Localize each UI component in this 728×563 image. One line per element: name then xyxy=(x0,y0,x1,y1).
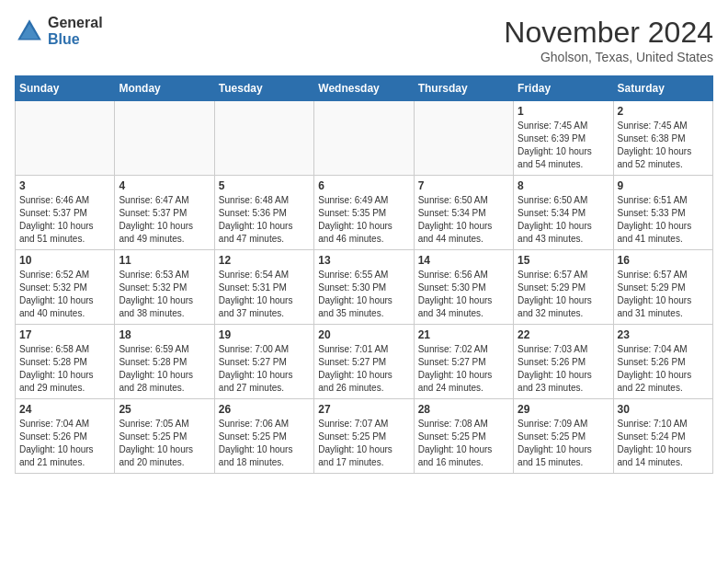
day-number: 21 xyxy=(418,328,509,341)
day-number: 17 xyxy=(19,328,110,341)
calendar-cell: 2Sunrise: 7:45 AM Sunset: 6:38 PM Daylig… xyxy=(613,101,712,176)
calendar-cell: 8Sunrise: 6:50 AM Sunset: 5:34 PM Daylig… xyxy=(514,176,613,250)
calendar-cell: 4Sunrise: 6:47 AM Sunset: 5:37 PM Daylig… xyxy=(115,176,214,250)
day-info: Sunrise: 6:51 AM Sunset: 5:33 PM Dayligh… xyxy=(618,194,709,246)
calendar-cell: 28Sunrise: 7:08 AM Sunset: 5:25 PM Dayli… xyxy=(414,399,513,474)
day-info: Sunrise: 6:59 AM Sunset: 5:28 PM Dayligh… xyxy=(119,343,210,395)
calendar-cell: 22Sunrise: 7:03 AM Sunset: 5:26 PM Dayli… xyxy=(514,325,613,399)
day-number: 29 xyxy=(518,403,609,416)
weekday-header-sunday: Sunday xyxy=(16,76,115,101)
calendar-week-3: 10Sunrise: 6:52 AM Sunset: 5:32 PM Dayli… xyxy=(16,250,713,325)
weekday-header-friday: Friday xyxy=(514,76,613,101)
day-number: 9 xyxy=(618,179,709,192)
logo-blue: Blue xyxy=(48,31,103,48)
calendar-cell: 24Sunrise: 7:04 AM Sunset: 5:26 PM Dayli… xyxy=(16,399,115,474)
calendar-week-2: 3Sunrise: 6:46 AM Sunset: 5:37 PM Daylig… xyxy=(16,176,713,250)
day-info: Sunrise: 7:09 AM Sunset: 5:25 PM Dayligh… xyxy=(518,418,609,469)
page-header: General Blue November 2024 Gholson, Texa… xyxy=(15,15,713,64)
calendar-week-5: 24Sunrise: 7:04 AM Sunset: 5:26 PM Dayli… xyxy=(16,399,713,474)
day-info: Sunrise: 7:00 AM Sunset: 5:27 PM Dayligh… xyxy=(219,343,310,395)
logo: General Blue xyxy=(15,15,103,47)
day-info: Sunrise: 6:46 AM Sunset: 5:37 PM Dayligh… xyxy=(19,194,110,246)
weekday-header-monday: Monday xyxy=(115,76,214,101)
day-number: 24 xyxy=(19,403,110,416)
day-number: 11 xyxy=(119,254,210,267)
calendar-cell: 15Sunrise: 6:57 AM Sunset: 5:29 PM Dayli… xyxy=(514,250,613,325)
calendar-week-4: 17Sunrise: 6:58 AM Sunset: 5:28 PM Dayli… xyxy=(16,325,713,399)
day-number: 1 xyxy=(518,105,609,118)
day-number: 8 xyxy=(518,179,609,192)
day-info: Sunrise: 6:55 AM Sunset: 5:30 PM Dayligh… xyxy=(318,269,409,320)
calendar-cell: 20Sunrise: 7:01 AM Sunset: 5:27 PM Dayli… xyxy=(314,325,414,399)
logo-text: General Blue xyxy=(48,15,103,47)
calendar-cell: 6Sunrise: 6:49 AM Sunset: 5:35 PM Daylig… xyxy=(314,176,414,250)
day-info: Sunrise: 6:47 AM Sunset: 5:37 PM Dayligh… xyxy=(119,194,210,246)
day-info: Sunrise: 6:54 AM Sunset: 5:31 PM Dayligh… xyxy=(219,269,310,320)
calendar-cell xyxy=(214,101,313,176)
day-info: Sunrise: 6:50 AM Sunset: 5:34 PM Dayligh… xyxy=(418,194,509,246)
day-number: 26 xyxy=(219,403,310,416)
day-number: 15 xyxy=(518,254,609,267)
calendar-cell: 1Sunrise: 7:45 AM Sunset: 6:39 PM Daylig… xyxy=(514,101,613,176)
logo-general: General xyxy=(48,15,103,31)
day-info: Sunrise: 6:49 AM Sunset: 5:35 PM Dayligh… xyxy=(318,194,409,246)
calendar-cell: 11Sunrise: 6:53 AM Sunset: 5:32 PM Dayli… xyxy=(115,250,214,325)
location: Gholson, Texas, United States xyxy=(504,50,713,64)
calendar-cell: 18Sunrise: 6:59 AM Sunset: 5:28 PM Dayli… xyxy=(115,325,214,399)
day-info: Sunrise: 7:04 AM Sunset: 5:26 PM Dayligh… xyxy=(19,418,110,469)
day-info: Sunrise: 6:58 AM Sunset: 5:28 PM Dayligh… xyxy=(19,343,110,395)
day-number: 27 xyxy=(318,403,409,416)
day-number: 25 xyxy=(119,403,210,416)
weekday-header-thursday: Thursday xyxy=(414,76,513,101)
day-number: 12 xyxy=(219,254,310,267)
day-number: 7 xyxy=(418,179,509,192)
calendar-week-1: 1Sunrise: 7:45 AM Sunset: 6:39 PM Daylig… xyxy=(16,101,713,176)
day-number: 16 xyxy=(618,254,709,267)
calendar-table: SundayMondayTuesdayWednesdayThursdayFrid… xyxy=(15,75,713,474)
title-block: November 2024 Gholson, Texas, United Sta… xyxy=(504,15,713,64)
day-number: 22 xyxy=(518,328,609,341)
calendar-cell: 10Sunrise: 6:52 AM Sunset: 5:32 PM Dayli… xyxy=(16,250,115,325)
calendar-cell: 23Sunrise: 7:04 AM Sunset: 5:26 PM Dayli… xyxy=(613,325,712,399)
calendar-cell: 29Sunrise: 7:09 AM Sunset: 5:25 PM Dayli… xyxy=(514,399,613,474)
weekday-header-saturday: Saturday xyxy=(613,76,712,101)
logo-icon xyxy=(15,17,44,46)
weekday-header-wednesday: Wednesday xyxy=(314,76,414,101)
calendar-cell: 19Sunrise: 7:00 AM Sunset: 5:27 PM Dayli… xyxy=(214,325,313,399)
day-number: 3 xyxy=(19,179,110,192)
calendar-cell: 30Sunrise: 7:10 AM Sunset: 5:24 PM Dayli… xyxy=(613,399,712,474)
calendar-cell xyxy=(16,101,115,176)
day-number: 10 xyxy=(19,254,110,267)
calendar-cell: 12Sunrise: 6:54 AM Sunset: 5:31 PM Dayli… xyxy=(214,250,313,325)
calendar-cell: 5Sunrise: 6:48 AM Sunset: 5:36 PM Daylig… xyxy=(214,176,313,250)
day-info: Sunrise: 6:57 AM Sunset: 5:29 PM Dayligh… xyxy=(618,269,709,320)
day-info: Sunrise: 7:45 AM Sunset: 6:38 PM Dayligh… xyxy=(618,120,709,171)
calendar-cell xyxy=(314,101,414,176)
calendar-cell: 17Sunrise: 6:58 AM Sunset: 5:28 PM Dayli… xyxy=(16,325,115,399)
calendar-cell xyxy=(414,101,513,176)
day-number: 2 xyxy=(618,105,709,118)
day-info: Sunrise: 7:03 AM Sunset: 5:26 PM Dayligh… xyxy=(518,343,609,395)
day-info: Sunrise: 7:08 AM Sunset: 5:25 PM Dayligh… xyxy=(418,418,509,469)
day-number: 14 xyxy=(418,254,509,267)
calendar-cell: 25Sunrise: 7:05 AM Sunset: 5:25 PM Dayli… xyxy=(115,399,214,474)
weekday-header-tuesday: Tuesday xyxy=(214,76,313,101)
weekday-header-row: SundayMondayTuesdayWednesdayThursdayFrid… xyxy=(16,76,713,101)
calendar-cell: 26Sunrise: 7:06 AM Sunset: 5:25 PM Dayli… xyxy=(214,399,313,474)
month-title: November 2024 xyxy=(504,15,713,50)
day-info: Sunrise: 7:45 AM Sunset: 6:39 PM Dayligh… xyxy=(518,120,609,171)
day-number: 20 xyxy=(318,328,409,341)
day-number: 19 xyxy=(219,328,310,341)
day-info: Sunrise: 7:10 AM Sunset: 5:24 PM Dayligh… xyxy=(618,418,709,469)
day-info: Sunrise: 7:01 AM Sunset: 5:27 PM Dayligh… xyxy=(318,343,409,395)
calendar-cell: 21Sunrise: 7:02 AM Sunset: 5:27 PM Dayli… xyxy=(414,325,513,399)
day-info: Sunrise: 6:48 AM Sunset: 5:36 PM Dayligh… xyxy=(219,194,310,246)
calendar-cell: 16Sunrise: 6:57 AM Sunset: 5:29 PM Dayli… xyxy=(613,250,712,325)
day-info: Sunrise: 7:06 AM Sunset: 5:25 PM Dayligh… xyxy=(219,418,310,469)
day-info: Sunrise: 7:07 AM Sunset: 5:25 PM Dayligh… xyxy=(318,418,409,469)
day-info: Sunrise: 7:04 AM Sunset: 5:26 PM Dayligh… xyxy=(618,343,709,395)
day-info: Sunrise: 6:56 AM Sunset: 5:30 PM Dayligh… xyxy=(418,269,509,320)
calendar-cell: 27Sunrise: 7:07 AM Sunset: 5:25 PM Dayli… xyxy=(314,399,414,474)
calendar-cell: 7Sunrise: 6:50 AM Sunset: 5:34 PM Daylig… xyxy=(414,176,513,250)
day-number: 30 xyxy=(618,403,709,416)
